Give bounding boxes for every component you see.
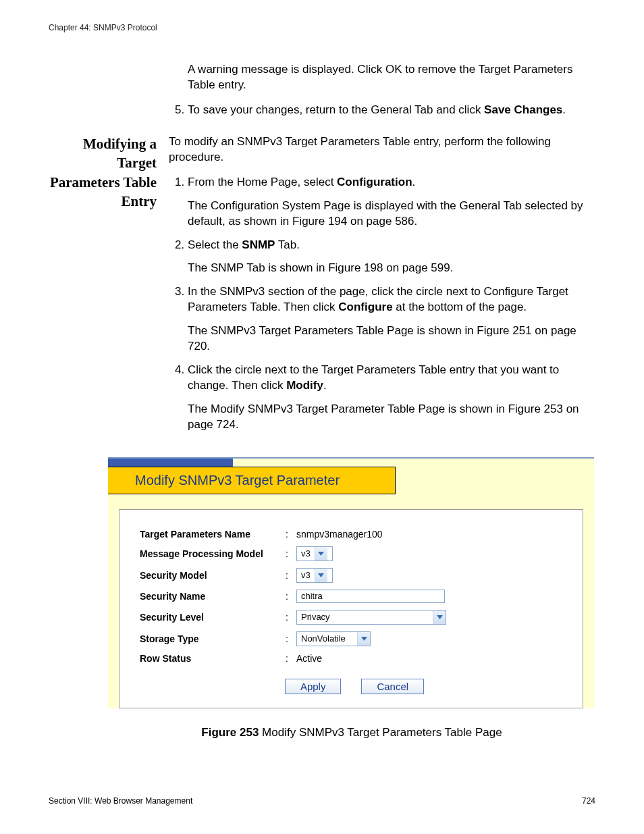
step-2: Select the SNMP Tab. The SNMP Tab is sho… (188, 238, 595, 277)
label-sec-level: Security Level (140, 612, 286, 623)
select-sec-level[interactable]: Privacy (296, 610, 446, 625)
panel-title: Modify SNMPv3 Target Parameter (108, 467, 396, 494)
warning-paragraph: A warning message is displayed. Click OK… (188, 62, 595, 93)
svg-marker-1 (318, 573, 324, 577)
step-5: To save your changes, return to the Gene… (188, 103, 595, 118)
intro-paragraph: To modify an SNMPv3 Target Parameters Ta… (169, 134, 595, 165)
chevron-down-icon (433, 610, 446, 624)
figure-253: Modify SNMPv3 Target Parameter Target Pa… (108, 457, 595, 739)
label-sec-name: Security Name (140, 591, 286, 602)
chevron-down-icon (357, 632, 370, 646)
value-target-params-name: snmpv3manager100 (296, 529, 383, 540)
svg-marker-0 (318, 552, 324, 556)
value-row-status: Active (296, 653, 322, 664)
label-row-status: Row Status (140, 653, 286, 664)
apply-button[interactable]: Apply (285, 679, 342, 694)
svg-marker-3 (361, 637, 367, 641)
chevron-down-icon (315, 569, 327, 582)
svg-marker-2 (437, 615, 443, 619)
figure-caption: Figure 253 Modify SNMPv3 Target Paramete… (108, 726, 595, 739)
section-heading: Modifying a Target Parameters Table Entr… (49, 134, 157, 211)
input-sec-name[interactable]: chitra (296, 590, 445, 603)
label-mpm: Message Processing Model (140, 548, 286, 559)
chapter-header: Chapter 44: SNMPv3 Protocol (49, 23, 595, 32)
select-mpm[interactable]: v3 (296, 546, 333, 561)
label-sec-model: Security Model (140, 570, 286, 581)
chevron-down-icon (315, 547, 327, 561)
label-target-params-name: Target Parameters Name (140, 529, 286, 540)
cancel-button[interactable]: Cancel (361, 679, 424, 694)
step-3: In the SNMPv3 section of the page, click… (188, 284, 595, 355)
panel-tab (108, 459, 233, 467)
footer-page-number: 724 (582, 796, 595, 806)
step-4: Click the circle next to the Target Para… (188, 363, 595, 433)
select-sec-model[interactable]: v3 (296, 568, 333, 583)
label-storage: Storage Type (140, 633, 286, 644)
step-1: From the Home Page, select Configuration… (188, 175, 595, 230)
footer-section: Section VIII: Web Browser Management (49, 796, 192, 806)
select-storage[interactable]: NonVolatile (296, 631, 371, 646)
